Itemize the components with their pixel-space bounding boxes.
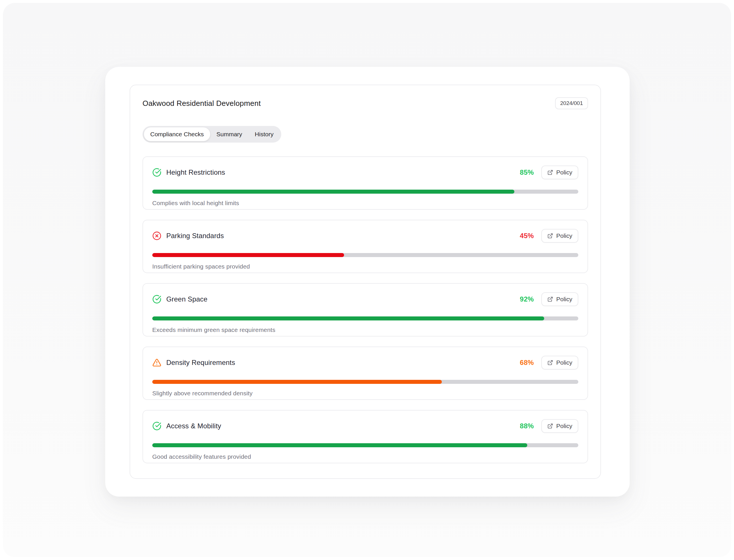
progress-fill: [152, 443, 527, 447]
check-card-header: Parking Standards 45% Policy: [152, 229, 578, 243]
check-description: Slightly above recommended density: [152, 390, 578, 397]
progress-fill: [152, 316, 544, 320]
check-title: Access & Mobility: [166, 422, 221, 430]
external-link-icon: [547, 296, 553, 302]
policy-button-label: Policy: [556, 232, 572, 239]
project-id-badge: 2024/001: [555, 97, 588, 109]
policy-button-label: Policy: [556, 423, 572, 429]
check-description: Good accessibility features provided: [152, 453, 578, 460]
progress-fill: [152, 380, 442, 384]
check-title: Green Space: [166, 295, 208, 303]
progress-fill: [152, 253, 344, 257]
progress-track: [152, 316, 578, 320]
page-title: Oakwood Residential Development: [143, 99, 261, 108]
policy-button[interactable]: Policy: [541, 356, 578, 370]
progress-track: [152, 253, 578, 257]
external-link-icon: [547, 360, 553, 365]
policy-button[interactable]: Policy: [541, 419, 578, 433]
tab-history[interactable]: History: [249, 127, 280, 141]
check-title: Height Restrictions: [166, 168, 225, 176]
progress-track: [152, 443, 578, 447]
policy-button-label: Policy: [556, 296, 572, 303]
check-circle-icon: [152, 168, 161, 177]
policy-button-label: Policy: [556, 169, 572, 176]
check-description: Exceeds minimum green space requirements: [152, 326, 578, 333]
check-percent: 45%: [520, 232, 534, 240]
x-circle-icon: [152, 231, 161, 240]
check-circle-icon: [152, 295, 161, 304]
policy-button[interactable]: Policy: [541, 229, 578, 243]
policy-button[interactable]: Policy: [541, 292, 578, 306]
check-card-header: Access & Mobility 88% Policy: [152, 419, 578, 433]
progress-track: [152, 380, 578, 384]
check-card-parking-standards: Parking Standards 45% Policy: [143, 220, 588, 273]
tab-compliance-checks[interactable]: Compliance Checks: [144, 127, 210, 141]
check-card-header: Height Restrictions 85% Policy: [152, 166, 578, 179]
external-link-icon: [547, 423, 553, 429]
external-link-icon: [547, 170, 553, 175]
check-percent: 92%: [520, 295, 534, 303]
check-circle-icon: [152, 421, 161, 431]
check-card-height-restrictions: Height Restrictions 85% Policy: [143, 156, 588, 210]
check-description: Complies with local height limits: [152, 200, 578, 207]
tab-summary[interactable]: Summary: [210, 127, 249, 141]
progress-fill: [152, 190, 514, 194]
check-card-header: Green Space 92% Policy: [152, 292, 578, 306]
app-window: Oakwood Residential Development 2024/001…: [105, 67, 630, 497]
check-percent: 85%: [520, 168, 534, 176]
check-description: Insufficient parking spaces provided: [152, 263, 578, 270]
check-title: Density Requirements: [166, 359, 235, 367]
panel-header: Oakwood Residential Development 2024/001: [143, 97, 588, 109]
check-percent: 68%: [520, 359, 534, 367]
alert-triangle-icon: [152, 358, 161, 367]
check-card-green-space: Green Space 92% Policy: [143, 283, 588, 337]
check-list: Height Restrictions 85% Policy: [143, 156, 588, 463]
tab-bar: Compliance Checks Summary History: [143, 126, 281, 143]
check-card-density-requirements: Density Requirements 68% Policy: [143, 347, 588, 400]
check-title: Parking Standards: [166, 232, 224, 240]
check-card-access-mobility: Access & Mobility 88% Policy: [143, 410, 588, 463]
check-card-header: Density Requirements 68% Policy: [152, 356, 578, 370]
progress-track: [152, 190, 578, 194]
compliance-panel: Oakwood Residential Development 2024/001…: [130, 85, 601, 479]
external-link-icon: [547, 233, 553, 239]
policy-button-label: Policy: [556, 359, 572, 366]
check-percent: 88%: [520, 422, 534, 430]
policy-button[interactable]: Policy: [541, 166, 578, 179]
